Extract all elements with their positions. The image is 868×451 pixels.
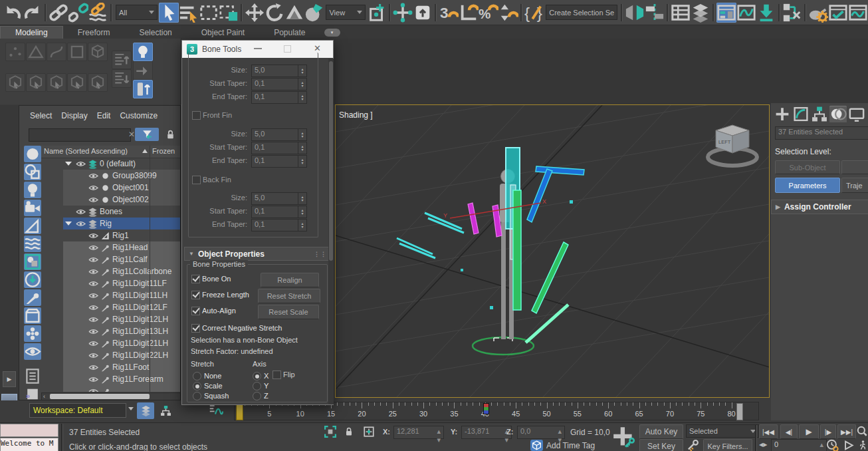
bone-on-checkbox[interactable] <box>191 275 200 283</box>
add-time-tag[interactable]: Add Time Tag <box>546 441 595 450</box>
ribbon-toggle-button[interactable] <box>133 43 153 61</box>
visibility-eye-icon[interactable] <box>88 375 98 384</box>
fin-value-spinner[interactable]: 0,1▴▾ <box>251 142 307 154</box>
flip-checkbox[interactable] <box>272 371 281 379</box>
filter-button[interactable] <box>135 128 159 141</box>
visibility-eye-icon[interactable] <box>88 327 98 337</box>
key-mode-icon[interactable] <box>685 439 702 451</box>
ribbon-tab-object-paint[interactable]: Object Paint <box>187 27 259 39</box>
rendered-frame-window-icon[interactable] <box>848 3 868 23</box>
spinner-icon[interactable]: ▴▾ <box>819 440 823 451</box>
dialog-scrollbar[interactable] <box>328 59 334 404</box>
x-coordinate-field[interactable]: 12,281▴▾ <box>393 426 444 439</box>
object-properties-rollout[interactable]: ▼ Object Properties ⋮⋮ <box>184 247 332 261</box>
visibility-eye-icon[interactable] <box>88 351 98 361</box>
redo-icon[interactable] <box>23 3 43 23</box>
time-slider[interactable] <box>236 403 243 420</box>
explorer-menu-edit[interactable]: Edit <box>97 111 111 120</box>
y-coordinate-field[interactable]: -13,871▴▾ <box>461 426 512 439</box>
window-crossing-icon[interactable] <box>219 3 239 23</box>
stretch-squash-radio[interactable] <box>193 392 201 400</box>
visibility-eye-icon[interactable] <box>76 207 86 217</box>
dope-sheet-icon[interactable] <box>756 3 776 23</box>
isolate-selection-icon[interactable] <box>324 426 337 438</box>
fin-value-spinner[interactable]: 0,1▴▾ <box>251 219 307 231</box>
tab-display[interactable] <box>848 106 865 122</box>
selection-lock-icon[interactable] <box>344 426 354 438</box>
visibility-eye-icon[interactable] <box>88 363 98 373</box>
previous-frame-button[interactable]: ◀| <box>780 424 798 439</box>
clear-search-icon[interactable]: ✕ <box>128 130 135 139</box>
selection-filter-dropdown[interactable]: All <box>116 5 158 20</box>
frame-step-arrows-icon[interactable]: ◀▶ <box>759 442 767 448</box>
named-selection-set-dropdown[interactable]: Create Selection Se <box>546 5 617 20</box>
ribbon-tab-selection[interactable]: Selection <box>124 27 186 39</box>
assign-controller-rollout[interactable]: ▶ Assign Controller <box>771 200 868 214</box>
fin-value-spinner[interactable]: 5,0▴▾ <box>251 65 307 77</box>
visibility-eye-icon[interactable] <box>88 315 98 325</box>
go-to-end-button[interactable]: ▶▶| <box>837 424 856 439</box>
absolute-mode-icon[interactable] <box>362 426 376 438</box>
search-input[interactable] <box>29 128 131 142</box>
next-frame-button[interactable]: |▶ <box>820 424 836 439</box>
tree-row[interactable]: Rig1LForearm <box>63 373 181 385</box>
filter-xrefs-icon[interactable] <box>24 271 41 288</box>
ribbon-edit-button[interactable] <box>67 73 87 92</box>
viewport[interactable]: X Y LEFT Shading ] <box>335 104 770 398</box>
axis-z-radio[interactable] <box>253 392 261 400</box>
column-headers[interactable]: Name (Sorted Ascending) Frozen <box>41 146 181 158</box>
tree-row[interactable]: Rig1LDigit22LH <box>63 349 181 361</box>
z-coordinate-field[interactable]: 0,0▴▾ <box>517 426 565 439</box>
explorer-menu-display[interactable]: Display <box>61 111 87 120</box>
edit-named-selection-sets-icon[interactable]: {} <box>524 3 544 23</box>
stretch-none-radio[interactable] <box>193 372 201 380</box>
select-and-rotate-icon[interactable] <box>265 3 284 23</box>
ribbon-toggle-button[interactable] <box>133 80 153 98</box>
ribbon-tab-freeform[interactable]: Freeform <box>63 27 125 39</box>
filter-particles-icon[interactable] <box>24 325 41 342</box>
scrollbar-thumb[interactable] <box>329 61 333 261</box>
axis-y-radio[interactable] <box>253 382 261 390</box>
axis-x-radio[interactable] <box>253 372 261 380</box>
front-fin-checkbox[interactable] <box>192 111 201 120</box>
trajectories-button[interactable]: Traje <box>841 178 868 193</box>
sub-object-button[interactable]: Sub-Object <box>775 160 840 174</box>
visibility-eye-icon[interactable] <box>88 171 98 181</box>
flyout-expand-button[interactable]: ▶ <box>3 371 16 387</box>
schematic-view-icon[interactable] <box>782 3 802 23</box>
time-tag-cube-icon[interactable] <box>530 440 543 451</box>
toggle-ribbon-icon[interactable] <box>716 3 736 23</box>
curve-editor-icon[interactable] <box>736 3 756 23</box>
select-object-icon[interactable] <box>159 3 179 23</box>
tree-row[interactable]: Rig1LFoot <box>63 361 181 373</box>
ribbon-edit-button[interactable] <box>26 73 46 92</box>
filter-bones-icon[interactable] <box>24 289 41 306</box>
spinner-snap-icon[interactable] <box>498 3 518 23</box>
ribbon-subobject-button[interactable] <box>67 43 87 61</box>
view-cube[interactable]: LEFT <box>708 125 757 166</box>
tab-hierarchy[interactable] <box>811 106 828 122</box>
select-and-link-icon[interactable] <box>49 3 68 23</box>
viewport-label[interactable]: Shading ] <box>339 110 373 120</box>
fin-value-spinner[interactable]: 0,1▴▾ <box>251 78 307 90</box>
filter-helpers-icon[interactable] <box>24 218 41 234</box>
visibility-eye-icon[interactable] <box>88 183 98 193</box>
ribbon-subobject-button[interactable] <box>88 43 108 61</box>
spinner-arrows-icon[interactable]: ▴▾ <box>298 220 306 231</box>
percent-snap-icon[interactable]: % <box>479 3 498 23</box>
lock-icon[interactable] <box>164 128 176 141</box>
reference-coordinate-dropdown[interactable]: View <box>326 5 366 20</box>
fin-value-spinner[interactable]: 0,1▴▾ <box>251 155 307 168</box>
filter-shapes-icon[interactable] <box>24 164 41 180</box>
tab-motion[interactable] <box>829 106 847 122</box>
auto-key-button[interactable]: Auto Key <box>639 424 683 439</box>
spinner-icon[interactable]: ▴▾ <box>437 427 441 438</box>
keyboard-override-icon[interactable] <box>413 3 433 23</box>
undo-icon[interactable] <box>3 3 23 23</box>
set-keys-button[interactable] <box>611 424 637 451</box>
tree-row[interactable]: Rig1 <box>63 229 181 241</box>
spinner-arrows-icon[interactable]: ▴▾ <box>298 206 306 218</box>
snap-toggle-3d-icon[interactable]: 3 <box>439 3 459 23</box>
tree-row[interactable]: Object002 <box>63 194 181 206</box>
visibility-eye-icon[interactable] <box>76 219 86 229</box>
